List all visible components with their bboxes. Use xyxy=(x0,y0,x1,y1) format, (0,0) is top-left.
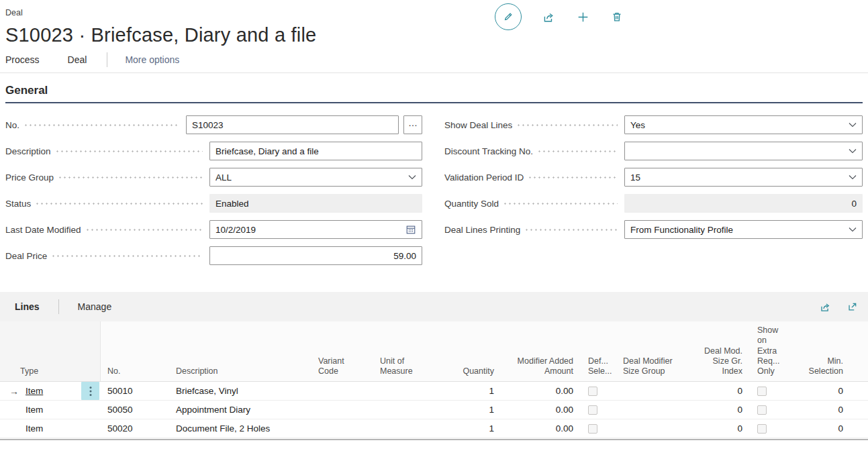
general-left-fields: No.…DescriptionPrice GroupALLStatusEnabl… xyxy=(5,115,422,265)
chevron-down-icon xyxy=(849,174,857,180)
dotted-leader xyxy=(25,124,179,126)
type-link[interactable]: Item xyxy=(26,386,43,396)
show-on-extra-req-checkbox[interactable] xyxy=(757,387,767,396)
column-header-description[interactable]: Description xyxy=(169,321,311,381)
readonly-value: Enabled xyxy=(215,199,249,209)
field-row-status: StatusEnabled xyxy=(5,194,422,213)
share-icon[interactable] xyxy=(542,10,556,24)
default-selected-checkbox[interactable] xyxy=(588,424,597,434)
field-label: Price Group xyxy=(5,172,54,183)
field-label: Quantity Sold xyxy=(444,199,499,209)
readonly-field: Enabled xyxy=(209,194,422,213)
assist-edit-button[interactable]: … xyxy=(403,115,422,134)
focus-mode-icon[interactable] xyxy=(847,301,859,313)
row-context-menu-button[interactable] xyxy=(81,382,99,400)
menu-item-process[interactable]: Process xyxy=(5,54,40,65)
cell-def-selected xyxy=(581,401,616,419)
cell-show-on-extra-req-only xyxy=(751,382,789,400)
lines-tab[interactable]: Lines xyxy=(15,301,40,312)
select-value: 15 xyxy=(630,172,640,183)
select-field[interactable]: ALL xyxy=(209,168,422,187)
column-header-deal-mod-[interactable]: Deal Mod. Size Gr. Index xyxy=(691,321,751,381)
dotted-leader xyxy=(87,229,203,231)
general-right-fields: Show Deal LinesYesDiscount Tracking No.V… xyxy=(444,115,863,265)
calendar-icon[interactable] xyxy=(405,224,416,235)
cell-show-on-extra-req-only xyxy=(751,401,789,419)
field-label: Validation Period ID xyxy=(444,172,524,183)
field-row-deal-price: Deal Price xyxy=(5,246,422,265)
table-bottom-border xyxy=(0,439,868,440)
text-input[interactable] xyxy=(209,142,422,160)
cell-variant-code xyxy=(311,382,373,400)
select-field[interactable] xyxy=(624,142,863,160)
share-icon[interactable] xyxy=(819,301,832,313)
cell-min-selection: 0 xyxy=(789,401,851,419)
column-header-variant-code[interactable]: Variant Code xyxy=(311,321,373,381)
column-header-deal-modifier[interactable]: Deal Modifier Size Group xyxy=(616,321,691,381)
text-input[interactable] xyxy=(186,115,399,134)
table-row[interactable]: Item50050Appointment Diary10.0000 xyxy=(0,401,868,419)
menu-item-deal[interactable]: Deal xyxy=(68,54,87,65)
type-link[interactable]: Item xyxy=(26,405,43,415)
field-control-wrap xyxy=(209,142,422,160)
readonly-field: 0 xyxy=(624,194,863,213)
more-options-button[interactable]: More options xyxy=(125,54,179,65)
type-link[interactable]: Item xyxy=(26,423,43,434)
dotted-leader xyxy=(52,255,203,257)
cell-deal-modifier-size-group xyxy=(616,419,691,438)
dotted-leader xyxy=(526,229,618,231)
page-caption: Deal xyxy=(5,8,863,17)
cell-variant-code xyxy=(311,419,373,438)
show-on-extra-req-checkbox[interactable] xyxy=(757,424,767,434)
cell-min-selection: 0 xyxy=(789,382,851,400)
field-row-price-group: Price GroupALL xyxy=(5,168,422,187)
column-header-no-[interactable]: No. xyxy=(101,321,169,381)
add-plus-icon[interactable] xyxy=(576,10,590,24)
default-selected-checkbox[interactable] xyxy=(588,405,597,415)
table-row[interactable]: →Item50010Briefcase, Vinyl10.0000 xyxy=(0,382,868,401)
column-header-min-[interactable]: Min. Selection xyxy=(789,321,851,381)
cell-no: 50010 xyxy=(101,382,169,400)
select-value: ALL xyxy=(215,172,232,183)
cell-filler xyxy=(851,401,868,419)
column-header-quantity[interactable]: Quantity xyxy=(435,321,502,381)
lines-band: Lines Manage xyxy=(0,292,868,321)
edit-pencil-icon[interactable] xyxy=(495,3,522,30)
cell-unit-of-measure xyxy=(373,419,435,438)
field-control-wrap: Enabled xyxy=(209,194,422,213)
cell-quantity: 1 xyxy=(435,419,502,438)
field-control-wrap: 15 xyxy=(624,168,863,187)
field-label: Discount Tracking No. xyxy=(444,146,533,156)
chevron-down-icon xyxy=(408,174,416,180)
select-field[interactable]: 15 xyxy=(624,168,863,187)
field-row-quantity-sold: Quantity Sold0 xyxy=(444,194,863,213)
date-value: 10/2/2019 xyxy=(215,225,256,235)
lines-table-header: TypeNo.DescriptionVariant CodeUnit of Me… xyxy=(0,321,868,382)
field-row-last-date-modified: Last Date Modified10/2/2019 xyxy=(5,220,422,239)
column-header-unit-of[interactable]: Unit of Measure xyxy=(373,321,435,381)
column-header-show[interactable]: Show on Extra Req... Only xyxy=(751,321,789,381)
lines-part: Lines Manage xyxy=(0,292,868,440)
number-input[interactable] xyxy=(209,246,422,265)
show-on-extra-req-checkbox[interactable] xyxy=(757,405,767,415)
date-field[interactable]: 10/2/2019 xyxy=(209,220,422,239)
select-field[interactable]: Yes xyxy=(624,115,863,134)
general-heading[interactable]: General xyxy=(5,84,863,103)
field-label: Deal Lines Printing xyxy=(444,225,520,235)
column-header-def-[interactable]: Def... Sele... xyxy=(581,321,616,381)
cell-deal-mod-size-gr-index: 0 xyxy=(691,401,751,419)
readonly-value: 0 xyxy=(851,199,857,209)
table-row[interactable]: Item50020Document File, 2 Holes10.0000 xyxy=(0,419,868,438)
column-header-modifier-added[interactable]: Modifier Added Amount xyxy=(502,321,581,381)
dotted-leader xyxy=(518,124,618,126)
dotted-leader xyxy=(538,150,618,152)
select-field[interactable]: From Functionality Profile xyxy=(624,220,863,239)
dotted-leader xyxy=(56,150,203,152)
select-value: From Functionality Profile xyxy=(630,225,733,235)
lines-manage-menu[interactable]: Manage xyxy=(78,301,112,312)
delete-trash-icon[interactable] xyxy=(610,10,624,23)
page-header: Deal S10023 · Briefcase, Diary and a fil… xyxy=(0,0,868,46)
dotted-leader xyxy=(504,203,618,205)
column-header-type[interactable]: Type xyxy=(0,321,101,381)
default-selected-checkbox[interactable] xyxy=(588,387,597,396)
